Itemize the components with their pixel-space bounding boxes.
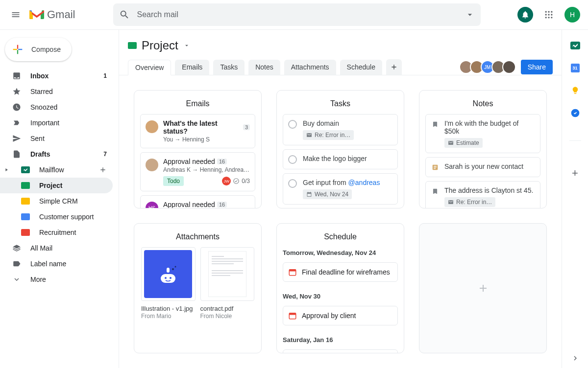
folder-icon <box>21 229 30 236</box>
note-icon <box>431 163 440 172</box>
task-item[interactable]: Buy domainRe: Error in… <box>283 114 398 145</box>
attachment-thumbnail <box>200 247 255 301</box>
attachment-from: From Nicole <box>200 313 255 320</box>
calendar-rail-icon[interactable]: 31 <box>570 63 580 73</box>
note-text: The address is Clayton st 45. <box>444 186 535 194</box>
gmail-logo[interactable]: Gmail <box>29 8 75 21</box>
svg-rect-15 <box>167 268 170 273</box>
nav-inbox[interactable]: Inbox1 <box>0 68 113 84</box>
attachment-thumbnail <box>141 247 196 301</box>
svg-point-10 <box>551 17 552 18</box>
nav-sent[interactable]: Sent <box>0 131 113 146</box>
attachment-item[interactable]: contract.pdfFrom Nicole <box>200 247 255 320</box>
nav-label-name[interactable]: Label name <box>0 256 113 272</box>
important-icon <box>12 118 22 127</box>
nav-important[interactable]: Important <box>0 115 113 131</box>
email-subject: What's the latest status? <box>163 119 241 135</box>
nav-drafts[interactable]: Drafts7 <box>0 146 113 162</box>
avatar <box>146 120 158 133</box>
add-rail-icon[interactable]: + <box>570 168 580 178</box>
svg-point-17 <box>175 266 176 268</box>
avatar: HS <box>146 202 158 208</box>
task-item[interactable]: Make the logo bigger <box>283 149 398 169</box>
tasks-rail-icon[interactable] <box>570 108 580 118</box>
progress-text: 0/3 <box>242 178 250 184</box>
mailflow-icon <box>21 166 30 173</box>
add-icon[interactable] <box>99 166 107 174</box>
note-text: Sarah is your new contact <box>444 162 535 170</box>
more-icon <box>12 275 22 284</box>
note-item[interactable]: Sarah is your new contact <box>425 157 540 177</box>
mailflow-rail-icon[interactable] <box>570 41 580 50</box>
schedule-item[interactable]: Final deadline for submitting <box>283 349 398 353</box>
nav-more[interactable]: More <box>0 272 113 287</box>
add-card-button[interactable] <box>419 223 547 353</box>
checkbox[interactable] <box>288 155 297 164</box>
tab-attachments[interactable]: Attachments <box>284 60 336 75</box>
svg-point-9 <box>548 17 549 18</box>
stack-icon <box>12 244 22 253</box>
apps-icon[interactable] <box>539 5 559 24</box>
search-input[interactable] <box>137 10 465 19</box>
checkbox[interactable] <box>288 120 297 129</box>
notes-card: Notes I'm ok with the budget of $50kEsti… <box>419 90 547 208</box>
card-title: Schedule <box>277 224 404 247</box>
email-subject: Approval needed <box>163 201 215 208</box>
compose-button[interactable]: Compose <box>5 38 72 61</box>
note-text: I'm ok with the budget of $50k <box>444 119 535 135</box>
svg-rect-12 <box>161 274 175 283</box>
subnav-recruitment[interactable]: Recruitment <box>0 225 113 240</box>
schedule-item[interactable]: Approval by client <box>283 306 398 325</box>
folder-icon <box>21 182 30 189</box>
content-area: Project OverviewEmailsTasksNotesAttachme… <box>119 30 562 368</box>
tab-tasks[interactable]: Tasks <box>213 60 245 75</box>
subnav-project[interactable]: Project <box>0 178 113 193</box>
schedule-item[interactable]: Final deadline for wireframes <box>283 262 398 282</box>
share-button[interactable]: Share <box>521 60 553 74</box>
tab-emails[interactable]: Emails <box>175 60 209 75</box>
calendar-icon <box>288 268 297 276</box>
logo-text: Gmail <box>47 8 75 21</box>
svg-rect-21 <box>289 313 296 315</box>
collaborator-avatar[interactable] <box>502 60 516 74</box>
dropdown-icon[interactable] <box>465 10 475 20</box>
attachment-item[interactable]: Illustration - v1.jpgFrom Mario <box>141 247 196 320</box>
nav-snoozed[interactable]: Snoozed <box>0 99 113 115</box>
email-item[interactable]: HSApproval needed16Andreas K → Henning S… <box>140 195 255 208</box>
card-title: Emails <box>134 91 261 114</box>
task-item[interactable]: Get input from @andreasWed, Nov 24 <box>283 173 398 205</box>
check-circle-icon <box>233 178 240 184</box>
subnav-customer-support[interactable]: Customer support <box>0 209 113 225</box>
count-badge: 3 <box>243 124 250 130</box>
note-item[interactable]: The address is Clayton st 45.Re: Error i… <box>425 181 540 208</box>
sidebar: Compose Inbox1StarredSnoozedImportantSen… <box>0 30 119 368</box>
email-item[interactable]: What's the latest status?3You → Henning … <box>140 114 255 148</box>
nav-starred[interactable]: Starred <box>0 84 113 99</box>
svg-point-3 <box>548 11 549 13</box>
chevron-right-icon[interactable] <box>570 353 580 363</box>
folder-icon <box>128 42 137 49</box>
notification-icon[interactable] <box>517 7 533 23</box>
tab-notes[interactable]: Notes <box>248 60 280 75</box>
email-item[interactable]: Approval needed16Andreas K → Henning, An… <box>140 152 255 191</box>
schedule-card: Schedule Tomorrow, Wednesday, Nov 24Fina… <box>276 223 404 353</box>
nav-mailflow[interactable]: Mailflow <box>0 162 113 178</box>
note-item[interactable]: I'm ok with the budget of $50kEstimate <box>425 114 540 153</box>
subnav-simple-crm[interactable]: Simple CRM <box>0 193 113 209</box>
add-tab-button[interactable] <box>386 59 402 75</box>
folder-icon <box>21 198 30 205</box>
schedule-date: Saturday, Jan 16 <box>283 336 398 344</box>
svg-point-6 <box>548 14 549 15</box>
checkbox[interactable] <box>288 179 297 188</box>
nav-all-mail[interactable]: All Mail <box>0 240 113 256</box>
user-avatar[interactable]: H <box>564 7 580 23</box>
tab-overview[interactable]: Overview <box>128 60 171 75</box>
task-title: Get input from @andreas <box>303 179 392 186</box>
title-dropdown-icon[interactable] <box>183 42 190 49</box>
tab-schedule[interactable]: Schedule <box>340 60 382 75</box>
search-bar[interactable] <box>113 3 481 26</box>
tag-todo: Todo <box>163 176 184 186</box>
keep-rail-icon[interactable] <box>570 86 580 95</box>
page-title: Project <box>142 39 178 52</box>
menu-icon[interactable] <box>4 3 27 26</box>
